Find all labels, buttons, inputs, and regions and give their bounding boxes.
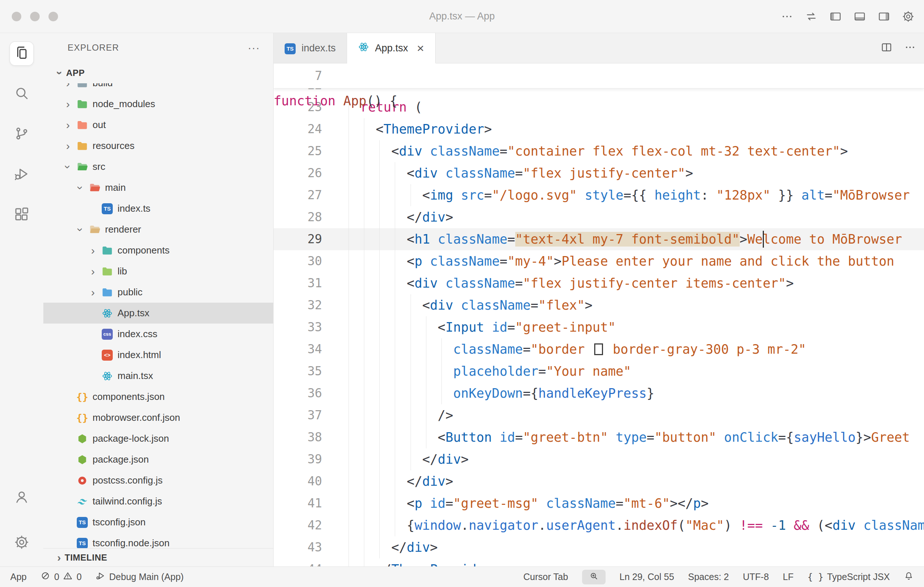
activity-item-explorer[interactable] <box>10 42 33 65</box>
tab-App.tsx[interactable]: App.tsx× <box>347 33 436 63</box>
app-indicator[interactable]: App <box>10 572 26 582</box>
traffic-light-minimize[interactable] <box>30 12 40 21</box>
activity-item-source-control[interactable] <box>10 123 33 146</box>
tree-item-public[interactable]: ›public <box>43 282 273 303</box>
code-text: <p className="my-4">Please enter your na… <box>345 250 924 272</box>
code-line-33[interactable]: 33 <Input id="greet-input" <box>274 316 924 338</box>
zoom-button[interactable] <box>582 570 606 584</box>
code-line-40[interactable]: 40 </div> <box>274 470 924 492</box>
indent-guide <box>395 316 395 338</box>
tree-item-index.ts[interactable]: TSindex.ts <box>43 198 273 219</box>
tree-item-src[interactable]: ›src <box>43 156 273 177</box>
tree-item-label: mobrowser.conf.json <box>92 412 180 423</box>
code-line-30[interactable]: 30 <p className="my-4">Please enter your… <box>274 250 924 272</box>
tree-item-mobrowser.conf.json[interactable]: {}mobrowser.conf.json <box>43 407 273 428</box>
indent-guide <box>364 118 364 140</box>
close-icon[interactable]: × <box>417 42 424 54</box>
tree-item-App.tsx[interactable]: App.tsx <box>43 303 273 324</box>
code-line-36[interactable]: 36 onKeyDown={handleKeyPress} <box>274 382 924 404</box>
encoding[interactable]: UTF-8 <box>743 572 769 582</box>
tree-item-tailwind.config.js[interactable]: tailwind.config.js <box>43 491 273 512</box>
more-actions-icon[interactable] <box>904 41 916 55</box>
tab-index.ts[interactable]: TSindex.ts <box>274 33 347 63</box>
code-text: <ThemeProvider> <box>345 118 924 140</box>
more-horizontal-icon[interactable] <box>781 10 793 23</box>
code-text: {window.navigator.userAgent.indexOf("Mac… <box>345 515 924 536</box>
tree-item-renderer[interactable]: ›renderer <box>43 219 273 240</box>
layout-sidebar-right-icon[interactable] <box>878 10 890 23</box>
code-line-44[interactable]: 44 </ThemeProvider> <box>274 558 924 566</box>
tree-item-components[interactable]: ›components <box>43 240 273 261</box>
indentation[interactable]: Spaces: 2 <box>688 572 729 582</box>
activity-item-settings[interactable] <box>10 531 33 555</box>
more-actions-icon[interactable]: ··· <box>248 41 260 54</box>
code-line-37[interactable]: 37 /> <box>274 404 924 426</box>
indent-guide <box>411 448 411 470</box>
activity-item-extensions[interactable] <box>10 203 33 227</box>
tree-item-label: renderer <box>105 224 141 235</box>
language-mode[interactable]: { }TypeScript JSX <box>808 572 890 582</box>
chevron-right-icon: › <box>62 120 74 131</box>
code-line-32[interactable]: 32 <div className="flex"> <box>274 294 924 316</box>
activity-item-run-debug[interactable] <box>10 163 33 186</box>
code-line-41[interactable]: 41 <p id="greet-msg" className="mt-6"></… <box>274 492 924 515</box>
code-line-42[interactable]: 42 {window.navigator.userAgent.indexOf("… <box>274 515 924 536</box>
code-line-27[interactable]: 27 <img src="/logo.svg" style={{ height:… <box>274 184 924 206</box>
code-line-28[interactable]: 28 </div> <box>274 206 924 228</box>
code-line-25[interactable]: 25 <div className="container flex flex-c… <box>274 140 924 162</box>
cursor-tab-indicator[interactable]: Cursor Tab <box>523 572 568 582</box>
tree-item-main.tsx[interactable]: main.tsx <box>43 365 273 386</box>
tree-item-resources[interactable]: ›resources <box>43 135 273 156</box>
problems-indicator[interactable]: 00 <box>40 571 81 583</box>
tree-item-tsconfig.node.json[interactable]: TStsconfig.node.json <box>43 533 273 548</box>
code-line-38[interactable]: 38 <Button id="greet-btn" type="button" … <box>274 426 924 448</box>
eol[interactable]: LF <box>783 572 794 582</box>
tree-item-index.html[interactable]: <>index.html <box>43 345 273 365</box>
tree-item-out[interactable]: ›out <box>43 115 273 135</box>
code-line-31[interactable]: 31 <div className="flex justify-center i… <box>274 272 924 294</box>
tree-item-index.css[interactable]: cssindex.css <box>43 324 273 345</box>
window-title: App.tsx — App <box>429 11 495 22</box>
section-header-timeline[interactable]: › TIMELINE <box>43 548 273 566</box>
activity-item-account[interactable] <box>10 486 33 509</box>
tree-item-lib[interactable]: ›lib <box>43 261 273 282</box>
code-line-7[interactable]: 7function App() { <box>274 64 398 88</box>
cursor-position[interactable]: Ln 29, Col 55 <box>620 572 674 582</box>
tree-item-postcss.config.js[interactable]: postcss.config.js <box>43 470 273 491</box>
section-header-app[interactable]: › APP <box>43 62 273 83</box>
tree-item-components.json[interactable]: {}components.json <box>43 386 273 407</box>
code-line-39[interactable]: 39 </div> <box>274 448 924 470</box>
code-line-29[interactable]: 29 <h1 className="text-4xl my-7 font-sem… <box>274 228 924 250</box>
code-text: </ThemeProvider> <box>345 558 924 566</box>
line-number: 39 <box>274 448 345 470</box>
code-line-24[interactable]: 24 <ThemeProvider> <box>274 118 924 140</box>
layout-sidebar-left-icon[interactable] <box>829 10 842 23</box>
layout-panel-bottom-icon[interactable] <box>853 10 866 23</box>
code-line-26[interactable]: 26 <div className="flex justify-center"> <box>274 162 924 184</box>
traffic-light-maximize[interactable] <box>48 12 58 21</box>
code-editor[interactable]: 2223 return (24 <ThemeProvider>25 <div c… <box>274 64 924 566</box>
tree-item-package.json[interactable]: package.json <box>43 449 273 470</box>
tree-item-node_modules[interactable]: ›node_modules <box>43 94 273 115</box>
activity-item-search[interactable] <box>10 82 33 106</box>
tree-item-package-lock.json[interactable]: package-lock.json <box>43 428 273 449</box>
traffic-light-close[interactable] <box>12 12 21 21</box>
indent-guide <box>348 470 349 492</box>
swap-arrows-icon[interactable] <box>805 10 817 23</box>
indent-guide <box>364 140 364 162</box>
code-line-35[interactable]: 35 placeholder="Your name" <box>274 360 924 382</box>
code-line-34[interactable]: 34 className="border border-gray-300 p-3… <box>274 338 924 360</box>
tree-item-main[interactable]: ›main <box>43 177 273 198</box>
tree-item-build[interactable]: ›build <box>43 83 273 94</box>
notifications-bell[interactable] <box>904 571 914 583</box>
code-line-43[interactable]: 43 </div> <box>274 536 924 558</box>
settings-gear-icon[interactable] <box>902 10 914 23</box>
tree-item-tsconfig.json[interactable]: TStsconfig.json <box>43 512 273 533</box>
source-control-icon <box>14 126 30 143</box>
indent-guide <box>380 448 380 470</box>
split-editor-icon[interactable] <box>881 41 893 55</box>
line-number: 28 <box>274 206 345 228</box>
sticky-scroll-line[interactable]: 7function App() { <box>274 64 924 89</box>
debug-launch[interactable]: Debug Main (App) <box>96 571 184 583</box>
indent-guide <box>348 426 349 448</box>
